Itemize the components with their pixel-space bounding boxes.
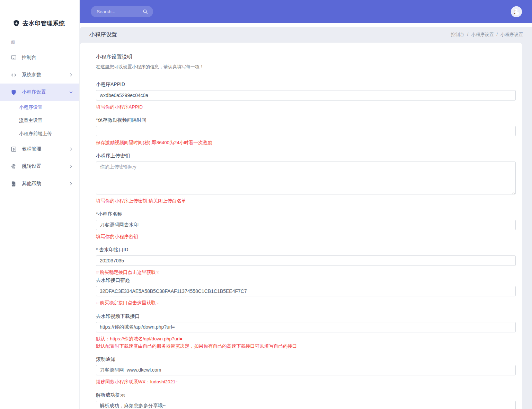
field-label: 去水印视频下载接口 [96,313,516,320]
shield-icon [10,89,17,96]
field-label: 去水印接口密匙 [96,277,516,284]
buy-api-link-text: 购买稳定接口点击这里获取 [100,270,156,275]
app-title: 去水印管理系统 [23,19,65,27]
search-icon[interactable] [142,9,148,15]
settings-description: 在这里您可以设置小程序的信息，请认真填写每一项！ [96,64,516,70]
field-help-text: 保存激励视频间隔时间(秒),即86400为24小时看一次激励 [96,139,516,146]
settings-card: 小程序设置说明 在这里您可以设置小程序的信息，请认真填写每一项！ 小程序APPI… [80,43,522,409]
settings-heading: 小程序设置说明 [96,54,516,60]
breadcrumb-item-miniprogram-settings[interactable]: 小程序设置 [471,32,494,38]
code-icon [10,72,17,78]
page-title: 小程序设置 [89,31,117,38]
field-help-text: 填写你的小程序上传密钥,请关闭上传白名单 [96,197,516,204]
field-help-text: 默认配置时下载速度由自己的服务器带宽决定，如果你有自己的高速下载接口可以填写自己… [96,342,516,350]
field-label: *保存激励视频间隔时间 [96,117,516,123]
buy-api-link[interactable]: ☞购买稳定接口点击这里获取☜ [96,269,516,276]
topbar [80,0,532,23]
reward-interval-input[interactable] [96,126,516,136]
sidebar-subitem-traffic-settings[interactable]: 流量主设置 [0,114,79,127]
form-field-scroll-notice: 滚动通知 搭建同款小程序联系WX：ludashi2021~ [96,356,516,385]
monitor-icon [10,54,17,61]
form-field-api-id: * 去水印接口ID ☞购买稳定接口点击这里获取☜ [96,247,516,276]
upload-key-textarea[interactable] [96,162,516,194]
field-help-text: 默认：https://你的域名/api/down.php?url= [96,335,516,342]
appid-input[interactable] [96,90,516,101]
dollar-square-icon [10,146,17,153]
sidebar-item-label: 系统参数 [22,72,69,78]
sidebar: 去水印管理系统 一般 控制台 系统参数 小程序设置 小程序设置 流量主设置 小程… [0,0,80,409]
field-label: 解析成功提示 [96,392,516,398]
breadcrumb-item-current: 小程序设置 [500,32,523,38]
search-box [91,6,153,17]
field-label: 滚动通知 [96,356,516,363]
field-help-text: 搭建同款小程序联系WX：ludashi2021~ [96,378,516,385]
sidebar-section-label: 一般 [0,35,79,49]
app-logo-shield-icon [12,19,20,27]
api-secret-input[interactable] [96,286,516,296]
sidebar-item-label: 跳转设置 [22,163,69,169]
miniprogram-name-input[interactable] [96,220,516,230]
sidebar-item-label: 小程序设置 [22,89,69,95]
user-avatar[interactable] [511,6,522,17]
page-header: 小程序设置 控制台 / 小程序设置 / 小程序设置 [80,27,532,43]
sidebar-item-tutorial-management[interactable]: 教程管理 [0,140,79,158]
chevron-down-icon [69,90,73,94]
form-field-upload-key: 小程序上传密钥 填写你的小程序上传密钥,请关闭上传白名单 [96,153,516,204]
breadcrumb-separator: / [496,32,498,38]
field-help-text: 填写你的小程序APPID [96,103,516,111]
form-field-download-api: 去水印视频下载接口 默认：https://你的域名/api/down.php?u… [96,313,516,350]
app-logo[interactable]: 去水印管理系统 [0,0,79,35]
buy-api-link-text: 购买稳定接口点击这里获取 [100,300,156,305]
sidebar-item-other-help[interactable]: 其他帮助 [0,175,79,192]
sidebar-subitem-frontend-upload[interactable]: 小程序前端上传 [0,127,79,140]
sidebar-item-jump-settings[interactable]: 跳转设置 [0,158,79,175]
sidebar-item-miniprogram-settings[interactable]: 小程序设置 [0,84,79,101]
form-field-appid: 小程序APPID 填写你的小程序APPID [96,81,516,111]
breadcrumb-item-console[interactable]: 控制台 [451,32,464,38]
field-label: 小程序上传密钥 [96,153,516,159]
field-label: * 去水印接口ID [96,247,516,253]
form-field-miniprogram-name: *小程序名称 填写你的小程序密钥 [96,211,516,240]
breadcrumb: 控制台 / 小程序设置 / 小程序设置 [451,32,523,38]
sidebar-item-label: 控制台 [22,54,73,61]
field-label: *小程序名称 [96,211,516,217]
breadcrumb-separator: / [467,32,469,38]
file-code-icon [10,181,17,187]
sidebar-item-label: 其他帮助 [22,181,69,187]
download-api-input[interactable] [96,322,516,332]
pointer-right-icon: ☞ [96,270,100,275]
duck-avatar-image [511,6,522,17]
pointer-left-icon: ☜ [156,301,160,305]
scroll-notice-input[interactable] [96,365,516,375]
pointer-right-icon: ☞ [96,301,100,305]
chevron-right-icon [69,182,73,186]
success-tip-input[interactable] [96,401,516,409]
field-label: 小程序APPID [96,81,516,88]
sidebar-subitem-miniprogram-settings[interactable]: 小程序设置 [0,101,79,114]
chevron-right-icon [69,147,73,151]
pointer-left-icon: ☜ [156,270,160,275]
form-field-reward-interval: *保存激励视频间隔时间 保存激励视频间隔时间(秒),即86400为24小时看一次… [96,117,516,146]
buy-api-link[interactable]: ☞购买稳定接口点击这里获取☜ [96,299,516,307]
form-field-success-tip: 解析成功提示 [96,392,516,409]
form-field-api-secret: 去水印接口密匙 ☞购买稳定接口点击这里获取☜ [96,277,516,307]
fingerprint-icon [10,163,17,170]
sidebar-item-label: 教程管理 [22,146,69,152]
sidebar-item-console[interactable]: 控制台 [0,49,79,66]
main-area: 小程序设置 控制台 / 小程序设置 / 小程序设置 小程序设置说明 在这里您可以… [80,0,532,409]
api-id-input[interactable] [96,255,516,266]
chevron-right-icon [69,73,73,77]
sidebar-item-system-params[interactable]: 系统参数 [0,66,79,84]
chevron-right-icon [69,164,73,168]
field-help-text: 填写你的小程序密钥 [96,233,516,240]
